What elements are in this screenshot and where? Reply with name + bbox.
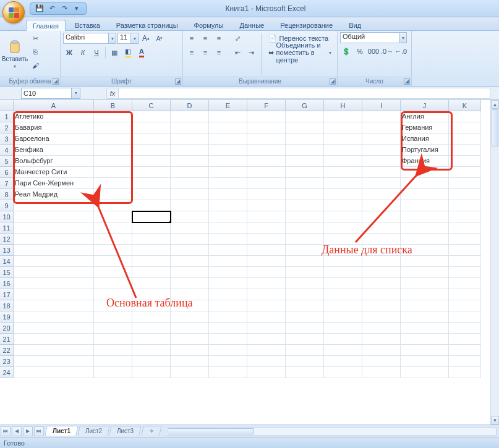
align-middle-button[interactable]: ≡ bbox=[199, 32, 211, 44]
cell-A9[interactable] bbox=[14, 200, 94, 211]
cell-I21[interactable] bbox=[362, 334, 401, 345]
cell-G20[interactable] bbox=[286, 323, 324, 334]
cell-I13[interactable] bbox=[362, 245, 401, 256]
row-header-16[interactable]: 16 bbox=[0, 278, 14, 289]
column-header-G[interactable]: G bbox=[286, 100, 324, 111]
column-header-H[interactable]: H bbox=[324, 100, 362, 111]
row-header-7[interactable]: 7 bbox=[0, 178, 14, 189]
cell-J17[interactable] bbox=[401, 289, 449, 300]
sheet-nav-first[interactable]: ⏮ bbox=[1, 426, 11, 436]
grow-font-button[interactable]: A▴ bbox=[140, 32, 152, 44]
paste-button[interactable]: Вставить ▾ bbox=[2, 32, 27, 76]
cell-K6[interactable] bbox=[449, 167, 481, 178]
cell-G4[interactable] bbox=[286, 145, 324, 156]
dialog-launcher-icon[interactable]: ◢ bbox=[404, 78, 410, 85]
cell-C24[interactable] bbox=[132, 367, 171, 378]
row-header-3[interactable]: 3 bbox=[0, 133, 14, 145]
tab-data[interactable]: Данные bbox=[232, 19, 271, 30]
cell-F6[interactable] bbox=[247, 167, 286, 178]
cell-F19[interactable] bbox=[247, 311, 286, 323]
cell-B4[interactable] bbox=[94, 145, 132, 156]
cell-F11[interactable] bbox=[247, 222, 286, 234]
cell-I6[interactable] bbox=[362, 167, 401, 178]
cell-A13[interactable] bbox=[14, 245, 94, 256]
cell-E8[interactable] bbox=[209, 189, 247, 200]
cell-A5[interactable]: Вольфсбург bbox=[14, 156, 94, 167]
cell-F14[interactable] bbox=[247, 256, 286, 267]
cell-G8[interactable] bbox=[286, 189, 324, 200]
cell-B18[interactable] bbox=[94, 300, 132, 311]
cell-D6[interactable] bbox=[171, 167, 209, 178]
cell-F1[interactable] bbox=[247, 111, 286, 122]
cell-B10[interactable] bbox=[94, 211, 132, 222]
formula-input[interactable] bbox=[119, 88, 490, 99]
cell-G24[interactable] bbox=[286, 367, 324, 378]
cell-H15[interactable] bbox=[324, 267, 362, 278]
cell-G13[interactable] bbox=[286, 245, 324, 256]
cell-H10[interactable] bbox=[324, 211, 362, 222]
cut-button[interactable]: ✂ bbox=[29, 32, 41, 44]
cell-H19[interactable] bbox=[324, 311, 362, 323]
cell-G9[interactable] bbox=[286, 200, 324, 211]
row-header-8[interactable]: 8 bbox=[0, 189, 14, 200]
cell-K11[interactable] bbox=[449, 222, 481, 234]
cell-F18[interactable] bbox=[247, 300, 286, 311]
cell-K23[interactable] bbox=[449, 356, 481, 367]
cell-A23[interactable] bbox=[14, 356, 94, 367]
cell-A7[interactable]: Пари Сен-Жермен bbox=[14, 178, 94, 189]
cell-J12[interactable] bbox=[401, 234, 449, 245]
cell-E20[interactable] bbox=[209, 323, 247, 334]
vertical-scrollbar[interactable]: ▲ ▼ bbox=[490, 100, 499, 425]
orientation-button[interactable]: ⤢ bbox=[231, 32, 244, 44]
cell-G16[interactable] bbox=[286, 278, 324, 289]
cell-I12[interactable] bbox=[362, 234, 401, 245]
cell-G2[interactable] bbox=[286, 122, 324, 133]
cell-I1[interactable] bbox=[362, 111, 401, 122]
cell-K16[interactable] bbox=[449, 278, 481, 289]
cell-B14[interactable] bbox=[94, 256, 132, 267]
cell-D8[interactable] bbox=[171, 189, 209, 200]
cell-A24[interactable] bbox=[14, 367, 94, 378]
cell-D4[interactable] bbox=[171, 145, 209, 156]
cell-C3[interactable] bbox=[132, 133, 171, 145]
cell-D9[interactable] bbox=[171, 200, 209, 211]
cell-H8[interactable] bbox=[324, 189, 362, 200]
cell-C9[interactable] bbox=[132, 200, 171, 211]
column-header-F[interactable]: F bbox=[247, 100, 286, 111]
row-header-18[interactable]: 18 bbox=[0, 300, 14, 311]
cell-H2[interactable] bbox=[324, 122, 362, 133]
cell-K19[interactable] bbox=[449, 311, 481, 323]
cell-H18[interactable] bbox=[324, 300, 362, 311]
column-header-B[interactable]: B bbox=[94, 100, 132, 111]
cell-F8[interactable] bbox=[247, 189, 286, 200]
font-name-select[interactable]: Calibri▾ bbox=[63, 33, 116, 44]
cell-F2[interactable] bbox=[247, 122, 286, 133]
cell-G12[interactable] bbox=[286, 234, 324, 245]
cell-J24[interactable] bbox=[401, 367, 449, 378]
cell-E19[interactable] bbox=[209, 311, 247, 323]
row-header-1[interactable]: 1 bbox=[0, 111, 14, 122]
cell-H9[interactable] bbox=[324, 200, 362, 211]
cell-E6[interactable] bbox=[209, 167, 247, 178]
cell-D1[interactable] bbox=[171, 111, 209, 122]
cell-G7[interactable] bbox=[286, 178, 324, 189]
cell-E11[interactable] bbox=[209, 222, 247, 234]
cell-D10[interactable] bbox=[171, 211, 209, 222]
cell-B5[interactable] bbox=[94, 156, 132, 167]
cell-J1[interactable]: Англия bbox=[401, 111, 449, 122]
cell-K15[interactable] bbox=[449, 267, 481, 278]
cell-J21[interactable] bbox=[401, 334, 449, 345]
cell-B13[interactable] bbox=[94, 245, 132, 256]
cell-K22[interactable] bbox=[449, 345, 481, 356]
cell-G18[interactable] bbox=[286, 300, 324, 311]
cell-C17[interactable] bbox=[132, 289, 171, 300]
align-left-button[interactable]: ≡ bbox=[186, 46, 198, 59]
row-header-13[interactable]: 13 bbox=[0, 245, 14, 256]
cell-C16[interactable] bbox=[132, 278, 171, 289]
cell-I20[interactable] bbox=[362, 323, 401, 334]
cell-I22[interactable] bbox=[362, 345, 401, 356]
redo-icon[interactable]: ↷ bbox=[60, 4, 69, 13]
sheet-nav-prev[interactable]: ◀ bbox=[12, 426, 22, 436]
cell-B23[interactable] bbox=[94, 356, 132, 367]
cell-J22[interactable] bbox=[401, 345, 449, 356]
